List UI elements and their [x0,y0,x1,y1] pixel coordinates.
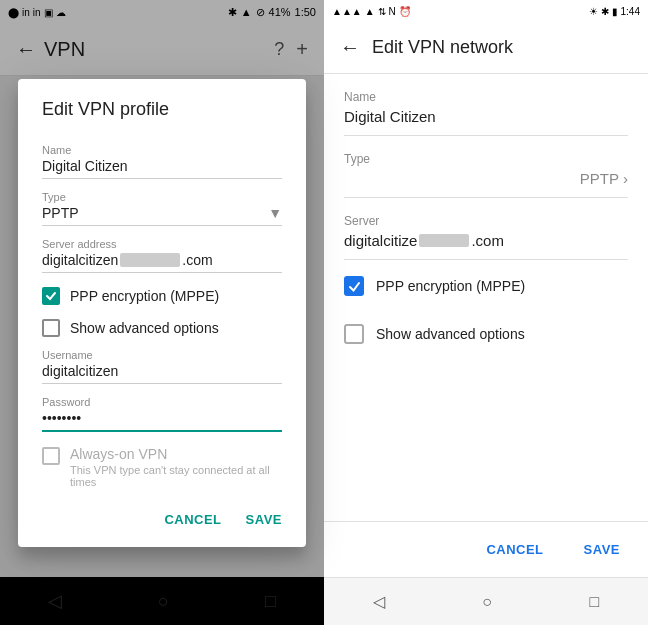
nfc-icon: N [389,6,396,17]
r-advanced-row: Show advanced options [344,324,628,356]
checkmark-icon [45,290,57,302]
r-name-field[interactable]: Digital Citizen [344,108,628,136]
r-type-value-group: PPTP › [580,170,628,187]
ppp-checkbox[interactable] [42,287,60,305]
type-value: PPTP [42,205,79,221]
r-name-label: Name [344,90,628,104]
r-type-row[interactable]: PPTP › [344,170,628,198]
always-on-checkbox [42,447,60,465]
brightness-icon: ☀ [589,6,598,17]
always-on-sub: This VPN type can't stay connected at al… [70,464,282,488]
server-label: Server address [42,238,282,250]
password-label: Password [42,396,282,408]
r-chevron-right-icon: › [623,170,628,187]
r-type-label: Type [344,152,628,166]
right-content: Name Digital Citizen Type PPTP › Server … [324,74,648,521]
alarm-icon: ⏰ [399,6,411,17]
app-bar-title-right: Edit VPN network [372,37,513,58]
server-blur [120,253,180,267]
status-bar-right: ▲▲▲ ▲ ⇅ N ⏰ ☀ ✱ ▮ 1:44 [324,0,648,22]
signal-icon: ▲▲▲ [332,6,362,17]
r-server-field[interactable]: digitalcitize .com [344,232,628,260]
save-button-left[interactable]: SAVE [238,504,290,535]
left-panel: ⬤ in in ▣ ☁ ✱ ▲ ⊘ 41% 1:50 ← VPN ? + Edi… [0,0,324,625]
r-ppp-row: PPP encryption (MPPE) [344,276,628,308]
always-on-label: Always-on VPN [70,446,282,462]
recent-nav-right-icon[interactable]: □ [590,593,600,611]
username-label: Username [42,349,282,361]
dialog-actions: CANCEL SAVE [18,488,306,547]
r-ppp-label: PPP encryption (MPPE) [376,278,525,294]
cancel-button-right[interactable]: CANCEL [474,534,555,565]
bluetooth-right-icon: ✱ [601,6,609,17]
right-panel: ▲▲▲ ▲ ⇅ N ⏰ ☀ ✱ ▮ 1:44 ← Edit VPN networ… [324,0,648,625]
edit-vpn-dialog: Edit VPN profile Name Digital Citizen Ty… [18,79,306,547]
back-button-right[interactable]: ← [340,36,360,59]
name-label: Name [42,144,282,156]
r-server-prefix: digitalcitize [344,232,417,249]
r-ppp-checkbox[interactable] [344,276,364,296]
name-field[interactable]: Digital Citizen [42,158,282,179]
r-server-suffix: .com [471,232,504,249]
right-actions: CANCEL SAVE [324,521,648,577]
type-label: Type [42,191,282,203]
ppp-encryption-row: PPP encryption (MPPE) [42,287,282,305]
dialog-overlay: Edit VPN profile Name Digital Citizen Ty… [0,0,324,625]
home-nav-right-icon[interactable]: ○ [482,593,492,611]
r-advanced-label: Show advanced options [376,326,525,342]
chevron-down-icon: ▼ [268,205,282,221]
battery-time-right: ☀ ✱ ▮ 1:44 [589,6,640,17]
server-field[interactable]: digitalcitizen .com [42,252,282,273]
r-advanced-checkbox[interactable] [344,324,364,344]
advanced-label: Show advanced options [70,320,219,336]
r-type-value: PPTP [580,170,619,187]
dialog-title: Edit VPN profile [18,79,306,132]
time-right: 1:44 [621,6,640,17]
data-icon: ⇅ [378,6,386,17]
username-field[interactable]: digitalcitizen [42,363,282,384]
battery-right-icon: ▮ [612,6,618,17]
type-field[interactable]: PPTP ▼ [42,205,282,226]
back-nav-right-icon[interactable]: ◁ [373,592,385,611]
password-field[interactable]: •••••••• [42,410,282,432]
r-server-blur [419,234,469,247]
dialog-content: Name Digital Citizen Type PPTP ▼ Server … [18,144,306,488]
r-server-label: Server [344,214,628,228]
signal-icons: ▲▲▲ ▲ ⇅ N ⏰ [332,6,411,17]
wifi-right-icon: ▲ [365,6,375,17]
advanced-checkbox[interactable] [42,319,60,337]
server-prefix: digitalcitizen [42,252,118,268]
cancel-button-left[interactable]: CANCEL [156,504,229,535]
nav-bar-right: ◁ ○ □ [324,577,648,625]
server-suffix: .com [182,252,212,268]
ppp-label: PPP encryption (MPPE) [70,288,219,304]
app-bar-right: ← Edit VPN network [324,22,648,74]
r-checkmark-icon [348,280,361,293]
save-button-right[interactable]: SAVE [572,534,632,565]
always-on-row: Always-on VPN This VPN type can't stay c… [42,446,282,488]
advanced-options-row: Show advanced options [42,319,282,337]
always-on-content: Always-on VPN This VPN type can't stay c… [70,446,282,488]
